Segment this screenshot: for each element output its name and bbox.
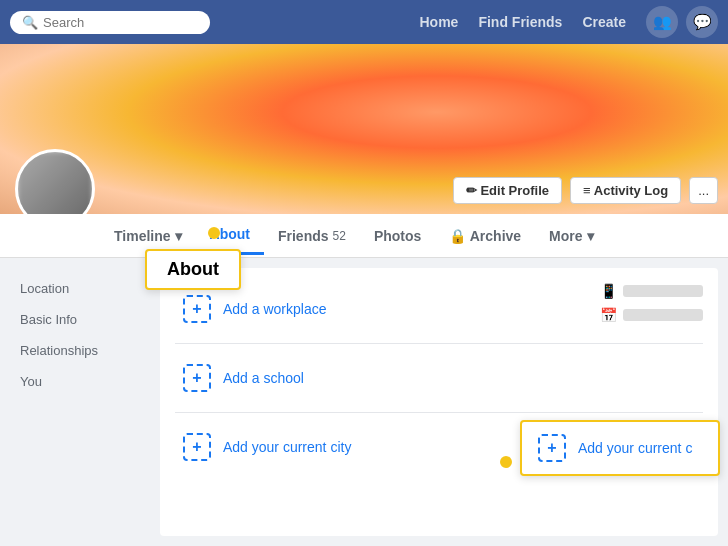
add-city-icon: + (183, 433, 211, 461)
sidebar-item-you[interactable]: You (10, 366, 150, 397)
messenger-icon: 💬 (693, 13, 712, 31)
city-annotation-dot (500, 456, 512, 468)
cover-action-buttons: ✏ Edit Profile ≡ Activity Log ... (453, 177, 718, 204)
search-icon: 🔍 (22, 15, 38, 30)
about-content-panel: 📱 📅 + Add a workplace + Add a school (160, 268, 718, 536)
calendar-icon: 📅 (600, 307, 617, 323)
info-row-1: 📱 (600, 283, 703, 299)
messenger-icon-btn[interactable]: 💬 (686, 6, 718, 38)
top-navigation: 🔍 Home Find Friends Create 👥 💬 (0, 0, 728, 44)
divider-1 (175, 343, 703, 344)
search-bar[interactable]: 🔍 (10, 11, 210, 34)
profile-picture (15, 149, 95, 214)
nav-find-friends[interactable]: Find Friends (478, 14, 562, 30)
add-school-item[interactable]: + Add a school (175, 352, 703, 404)
tab-friends[interactable]: Friends 52 (264, 218, 360, 254)
nav-icons: 👥 💬 (646, 6, 718, 38)
about-annotation-dot (208, 227, 220, 239)
info-blur-2 (623, 309, 703, 321)
sidebar-item-relationships[interactable]: Relationships (10, 335, 150, 366)
add-school-label: Add a school (223, 370, 304, 386)
nav-create[interactable]: Create (582, 14, 626, 30)
floating-add-city-label: Add your current c (578, 440, 692, 456)
info-row-2: 📅 (600, 307, 703, 323)
more-options-button[interactable]: ... (689, 177, 718, 204)
floating-add-city-box[interactable]: + Add your current c (520, 420, 720, 476)
floating-add-icon: + (538, 434, 566, 462)
people-icon: 👥 (653, 13, 672, 31)
add-school-icon: + (183, 364, 211, 392)
activity-log-button[interactable]: ≡ Activity Log (570, 177, 681, 204)
left-sidebar: Location Basic Info Relationships You (10, 268, 150, 536)
friends-count-badge: 52 (333, 229, 346, 243)
divider-2 (175, 412, 703, 413)
tab-more[interactable]: More ▾ (535, 218, 607, 254)
tab-archive[interactable]: 🔒 Archive (435, 218, 535, 254)
about-callout-tooltip: About (145, 249, 241, 290)
tab-photos[interactable]: Photos (360, 218, 435, 254)
add-city-label: Add your current city (223, 439, 351, 455)
right-info-panel: 📱 📅 (600, 283, 703, 323)
search-input[interactable] (43, 15, 198, 30)
add-workplace-icon: + (183, 295, 211, 323)
info-blur-1 (623, 285, 703, 297)
friends-icon-btn[interactable]: 👥 (646, 6, 678, 38)
nav-home[interactable]: Home (420, 14, 459, 30)
profile-tabs-area: Timeline ▾ About Friends 52 Photos 🔒 Arc… (0, 214, 728, 258)
nav-links: Home Find Friends Create (420, 14, 627, 30)
phone-icon: 📱 (600, 283, 617, 299)
add-workplace-label: Add a workplace (223, 301, 327, 317)
sidebar-item-location[interactable]: Location (10, 273, 150, 304)
profile-pic-image (18, 152, 92, 214)
main-content: Location Basic Info Relationships You 📱 … (0, 258, 728, 546)
cover-photo-area: ✏ Edit Profile ≡ Activity Log ... (0, 44, 728, 214)
edit-profile-button[interactable]: ✏ Edit Profile (453, 177, 562, 204)
sidebar-item-basic-info[interactable]: Basic Info (10, 304, 150, 335)
